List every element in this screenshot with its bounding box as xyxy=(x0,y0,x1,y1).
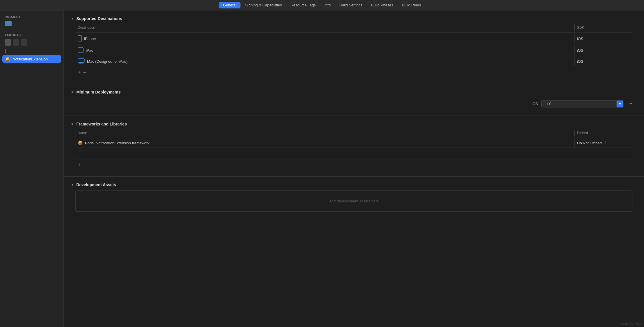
ios-version-select-wrapper: ▾ xyxy=(541,100,623,107)
frameworks-table: Name Embed 📦 Pods_NotificationExtension.… xyxy=(75,130,632,159)
phone-icon xyxy=(78,35,82,42)
deployment-row: iOS ▾ + xyxy=(75,100,632,107)
frameworks-header[interactable]: ▼ Frameworks and Libraries xyxy=(64,122,644,130)
mac-label: Mac (Designed for iPad) xyxy=(87,59,128,64)
tab-signing[interactable]: Signing & Capabilities xyxy=(241,2,286,8)
ios-version-input[interactable] xyxy=(541,100,617,107)
sidebar-bracket: { xyxy=(0,47,64,55)
ipad-label: iPad xyxy=(86,48,93,53)
empty-row xyxy=(75,148,632,159)
svg-rect-0 xyxy=(78,35,82,41)
frameworks-add-remove: + − xyxy=(64,159,644,170)
chevron-down-icon: ▼ xyxy=(71,90,74,94)
remove-framework-button[interactable]: − xyxy=(83,162,86,168)
target-icons xyxy=(5,39,59,46)
supported-destinations-title: Supported Destinations xyxy=(76,16,122,21)
table-row[interactable]: iPhone iOS xyxy=(75,33,632,45)
mac-icon xyxy=(78,58,85,64)
targets-section-label: TARGETS xyxy=(0,33,64,39)
sidebar-item-notification-extension[interactable]: 🔔 NotificationExtension xyxy=(2,55,61,63)
ios-version-dropdown-arrow[interactable]: ▾ xyxy=(617,100,623,107)
destinations-table: Destination SDK iPhone iOS xyxy=(75,24,632,67)
bell-icon: 🔔 xyxy=(5,57,10,61)
framework-name-label: Pods_NotificationExtension.framework xyxy=(85,141,150,145)
sidebar: PROJECT TARGETS { 🔔 NotificationExtensio… xyxy=(0,10,64,327)
table-row[interactable]: Mac (Designed for iPad) iOS xyxy=(75,56,632,67)
destination-col-header: Destination xyxy=(75,24,574,31)
minimum-deployments-section: ▼ Minimum Deployments iOS ▾ + xyxy=(64,84,644,116)
tab-bar: General Signing & Capabilities Resource … xyxy=(0,0,644,10)
table-row[interactable]: iPad iOS xyxy=(75,45,632,56)
svg-rect-2 xyxy=(78,48,83,52)
project-icon[interactable] xyxy=(5,21,12,26)
add-framework-button[interactable]: + xyxy=(78,162,81,168)
add-destination-button[interactable]: + xyxy=(78,70,81,75)
development-assets-section: ▼ Development Assets Add development ass… xyxy=(64,177,644,218)
table-row[interactable]: 📦 Pods_NotificationExtension.framework D… xyxy=(75,138,632,148)
tablet-icon xyxy=(78,47,84,53)
add-deployment-button[interactable]: + xyxy=(629,101,632,107)
supported-destinations-header[interactable]: ▼ Supported Destinations xyxy=(64,16,644,24)
tab-build-settings[interactable]: Build Settings xyxy=(335,2,367,8)
ipad-sdk: iOS xyxy=(574,46,632,55)
project-section-label: PROJECT xyxy=(0,15,64,21)
frameworks-libraries-section: ▼ Frameworks and Libraries Name Embed 📦 … xyxy=(64,116,644,177)
target-icon-2[interactable] xyxy=(13,39,19,46)
embed-col-header: Embed xyxy=(574,130,632,136)
frameworks-title: Frameworks and Libraries xyxy=(76,122,127,126)
svg-rect-4 xyxy=(80,62,83,63)
minimum-deployments-header[interactable]: ▼ Minimum Deployments xyxy=(64,90,644,98)
sdk-col-header: SDK xyxy=(574,24,632,31)
ipad-cell: iPad xyxy=(75,45,574,56)
notification-extension-label: NotificationExtension xyxy=(12,57,48,61)
svg-rect-5 xyxy=(79,63,84,64)
iphone-sdk: iOS xyxy=(574,34,632,43)
tab-info[interactable]: Info xyxy=(320,2,335,8)
svg-rect-1 xyxy=(79,35,80,36)
chevron-down-icon: ▼ xyxy=(71,17,74,20)
name-col-header: Name xyxy=(75,130,574,136)
chevron-down-icon: ▼ xyxy=(71,183,74,186)
frameworks-table-header: Name Embed xyxy=(75,130,632,138)
target-icon-3[interactable] xyxy=(21,39,27,46)
embed-value-label: Do Not Embed xyxy=(577,141,602,145)
development-assets-header[interactable]: ▼ Development Assets xyxy=(64,182,644,191)
iphone-label: iPhone xyxy=(84,37,96,41)
development-assets-title: Development Assets xyxy=(76,182,116,187)
mac-sdk: iOS xyxy=(574,57,632,66)
framework-embed-cell[interactable]: Do Not Embed ⇕ xyxy=(574,139,632,148)
framework-name-cell: 📦 Pods_NotificationExtension.framework xyxy=(75,138,574,148)
tab-resource-tags[interactable]: Resource Tags xyxy=(287,2,320,8)
tab-build-phases[interactable]: Build Phases xyxy=(367,2,397,8)
destinations-add-remove: + − xyxy=(64,67,644,78)
iphone-cell: iPhone xyxy=(75,33,574,45)
sidebar-divider xyxy=(5,30,59,30)
tab-general[interactable]: General xyxy=(219,2,240,8)
content-area: ▼ Supported Destinations Destination SDK xyxy=(64,10,644,327)
development-assets-placeholder: Add development assets here xyxy=(87,193,621,209)
chevron-down-icon: ▼ xyxy=(71,122,74,126)
svg-rect-3 xyxy=(78,59,84,62)
main-layout: PROJECT TARGETS { 🔔 NotificationExtensio… xyxy=(0,10,644,327)
destinations-table-header: Destination SDK xyxy=(75,24,632,33)
remove-destination-button[interactable]: − xyxy=(83,70,86,75)
embed-stepper-icon[interactable]: ⇕ xyxy=(604,141,607,145)
mac-cell: Mac (Designed for iPad) xyxy=(75,56,574,67)
ios-deployment-label: iOS xyxy=(532,102,538,106)
watermark: CSDN @wahkim xyxy=(620,323,642,326)
supported-destinations-section: ▼ Supported Destinations Destination SDK xyxy=(64,10,644,84)
development-assets-container: Add development assets here xyxy=(75,191,632,212)
framework-icon: 📦 xyxy=(78,141,83,145)
minimum-deployments-title: Minimum Deployments xyxy=(76,90,121,94)
target-icon-1[interactable] xyxy=(5,39,11,46)
tab-build-rules[interactable]: Build Rules xyxy=(398,2,425,8)
